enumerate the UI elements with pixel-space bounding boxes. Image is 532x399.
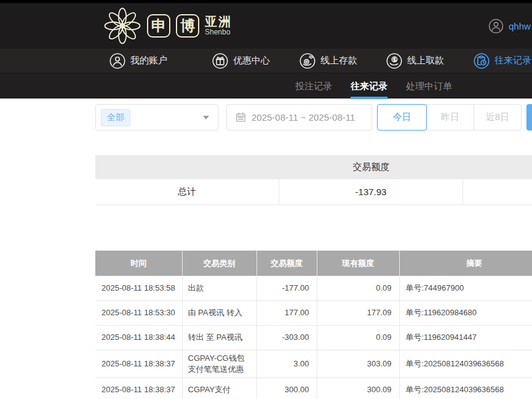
cell-time: 2025-08-11 18:38:37: [95, 377, 182, 399]
summary-header-cutoff: [463, 155, 532, 179]
nav-item-online-deposit[interactable]: 线上存款: [300, 49, 357, 73]
cell-amount: -303.00: [256, 325, 317, 350]
cell-balance: 0.09: [317, 325, 399, 350]
table-row: 2025-08-11 18:38:44 转出 至 PA视讯 -303.00 0.…: [95, 325, 532, 350]
page: 申 博 亚洲 Shenbo qhhw: [0, 0, 532, 399]
nav-item-my-account[interactable]: 我的账户: [109, 49, 167, 73]
nav-item-label: 优惠中心: [233, 55, 270, 66]
col-header-time: 时间: [95, 251, 182, 276]
cell-time: 2025-08-11 18:38:37: [95, 350, 182, 377]
cell-balance: 300.09: [317, 377, 399, 399]
calendar-icon: [236, 112, 246, 123]
summary-header-row: 交易额度: [95, 155, 532, 179]
category-selected-tag: 全部: [101, 109, 130, 126]
deposit-icon: [300, 53, 316, 69]
date-range-value: 2025-08-11 ~ 2025-08-11: [252, 112, 355, 123]
cell-type: CGPAY-CG钱包支付笔笔送优惠: [182, 350, 256, 377]
nav-item-label: 线上取款: [407, 55, 444, 66]
summary-header-amount: 交易额度: [279, 155, 463, 179]
records-table: 时间 交易类别 交易额度 现有额度 摘要 2025-08-11 18:53:58…: [95, 251, 532, 399]
main-nav: 我的账户 优惠中心: [0, 49, 532, 73]
summary-total-label: 总计: [95, 179, 279, 204]
nav-item-online-withdrawal[interactable]: 线上取款: [386, 49, 444, 73]
last-8-days-button[interactable]: 近8日: [474, 104, 522, 131]
sub-nav: 投注记录 往来记录 处理中订单: [0, 73, 532, 99]
cell-amount: 3.00: [256, 350, 317, 377]
table-row: 2025-08-11 18:53:58 出款 -177.00 0.09 单号:7…: [95, 276, 532, 300]
records-icon: [474, 53, 490, 69]
cell-summary: 单号:202508124039636568: [399, 377, 532, 399]
cell-time: 2025-08-11 18:38:44: [95, 325, 182, 350]
cell-balance: 177.09: [317, 300, 399, 325]
cell-summary: 单号:119620984680: [399, 300, 532, 325]
nav-item-transaction-records[interactable]: 往来记录: [474, 49, 531, 73]
summary-total-amount: -137.93: [279, 179, 463, 204]
col-header-summary: 摘要: [399, 251, 532, 276]
cell-summary: 单号:202508124039636568: [399, 350, 532, 377]
account-icon: [109, 53, 125, 69]
tab-transaction-records[interactable]: 往来记录: [351, 73, 387, 99]
table-row: 2025-08-11 18:38:37 CGPAY-CG钱包支付笔笔送优惠 3.…: [95, 350, 532, 377]
gift-icon: [212, 53, 228, 69]
table-row: 2025-08-11 18:53:30 由 PA视讯 转入 177.00 177…: [95, 300, 532, 325]
col-header-balance: 现有额度: [317, 251, 399, 276]
cell-time: 2025-08-11 18:53:30: [95, 300, 182, 325]
chevron-down-icon: [203, 116, 209, 119]
summary-table: 交易额度 总计 -137.93: [95, 155, 532, 205]
table-row: 2025-08-11 18:38:37 CGPAY支付 300.00 300.0…: [95, 377, 532, 399]
nav-item-label: 我的账户: [130, 55, 167, 66]
col-header-amount: 交易额度: [256, 251, 317, 276]
quick-date-buttons: 今日 昨日 近8日: [377, 104, 522, 131]
cell-type: 出款: [182, 276, 256, 300]
nav-item-label: 线上存款: [320, 55, 357, 66]
record-tabs: 投注记录 往来记录 处理中订单: [295, 73, 452, 99]
user-icon: [488, 18, 504, 34]
summary-total-cutoff: [463, 179, 532, 204]
cell-amount: 177.00: [256, 300, 317, 325]
logo-char-box: 博: [176, 14, 199, 38]
cell-type: 由 PA视讯 转入: [182, 300, 256, 325]
cell-balance: 0.09: [317, 276, 399, 300]
cell-time: 2025-08-11 18:53:58: [95, 276, 182, 300]
user-account-chip[interactable]: qhhw: [488, 3, 531, 49]
cell-amount: 300.00: [256, 377, 317, 399]
cell-type: 转出 至 PA视讯: [182, 325, 256, 350]
nav-item-label: 往来记录: [494, 55, 531, 66]
search-button[interactable]: [526, 104, 532, 131]
logo: 申 博 亚洲 Shenbo: [103, 3, 232, 49]
logo-region: 亚洲 Shenbo: [205, 15, 232, 36]
category-select[interactable]: 全部: [95, 104, 218, 131]
logo-subtitle: Shenbo: [205, 28, 232, 36]
cell-amount: -177.00: [256, 276, 317, 300]
col-header-type: 交易类别: [182, 251, 256, 276]
logo-region-text: 亚洲: [205, 15, 232, 28]
date-range-input[interactable]: 2025-08-11 ~ 2025-08-11: [226, 104, 372, 131]
summary-total-row: 总计 -137.93: [95, 179, 532, 205]
username: qhhw: [509, 21, 531, 31]
cell-balance: 303.09: [317, 350, 399, 377]
withdraw-icon: [386, 53, 402, 69]
cell-summary: 单号:744967900: [399, 276, 532, 300]
brand-header: 申 博 亚洲 Shenbo qhhw: [0, 3, 532, 49]
summary-header-empty: [95, 155, 279, 179]
cell-summary: 单号:119620941447: [399, 325, 532, 350]
records-header-row: 时间 交易类别 交易额度 现有额度 摘要: [95, 251, 532, 276]
nav-item-promotions[interactable]: 优惠中心: [212, 49, 270, 73]
cell-type: CGPAY支付: [182, 377, 256, 399]
flower-logo-icon: [103, 7, 141, 45]
logo-char-box: 申: [147, 14, 170, 38]
yesterday-button[interactable]: 昨日: [426, 104, 474, 131]
today-button[interactable]: 今日: [377, 104, 427, 131]
tab-processing-orders[interactable]: 处理中订单: [406, 73, 452, 99]
tab-betting-records[interactable]: 投注记录: [295, 73, 332, 99]
